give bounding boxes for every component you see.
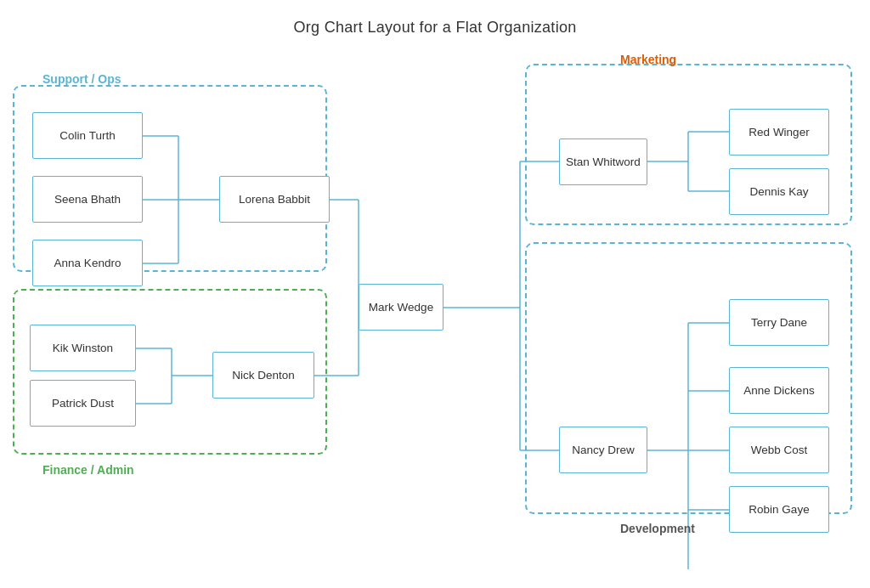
red-winger-node: Red Winger [729,109,829,155]
stan-whitword-node: Stan Whitword [559,139,647,185]
nick-denton-node: Nick Denton [212,352,314,399]
chart-area: Support / Ops Finance / Admin Marketing … [0,59,870,578]
finance-label: Finance / Admin [42,463,134,477]
webb-cost-node: Webb Cost [729,427,829,473]
page-title: Org Chart Layout for a Flat Organization [0,0,870,37]
dennis-kay-node: Dennis Kay [729,168,829,215]
nancy-drew-node: Nancy Drew [559,427,647,473]
lorena-babbit-node: Lorena Babbit [219,176,330,223]
kik-winston-node: Kik Winston [30,325,136,371]
anne-dickens-node: Anne Dickens [729,367,829,414]
robin-gaye-node: Robin Gaye [729,486,829,533]
support-label: Support / Ops [42,72,121,86]
terry-dane-node: Terry Dane [729,299,829,346]
mark-wedge-node: Mark Wedge [359,284,443,331]
development-label: Development [620,522,695,535]
anna-kendro-node: Anna Kendro [32,240,143,286]
marketing-label: Marketing [620,53,676,66]
seena-bhath-node: Seena Bhath [32,176,143,223]
patrick-dust-node: Patrick Dust [30,380,136,427]
colin-turth-node: Colin Turth [32,112,143,159]
